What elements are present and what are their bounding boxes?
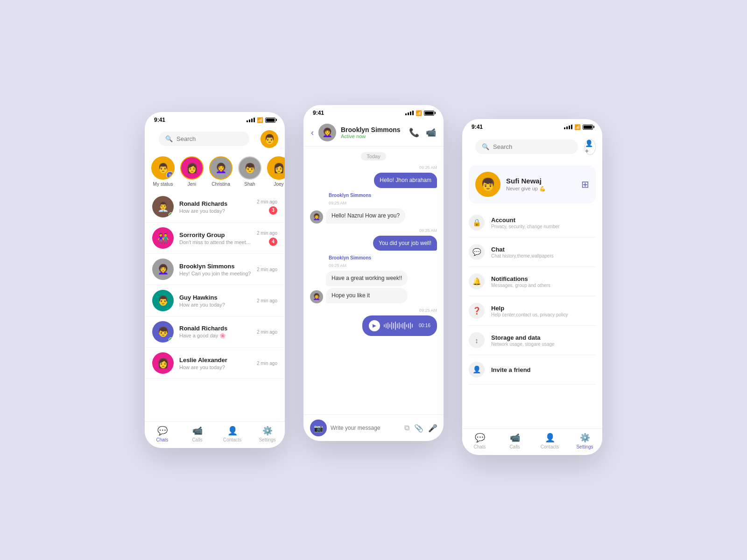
bar-2-2 — [408, 112, 409, 115]
chat-time-sorrority: 2 min ago — [257, 231, 277, 236]
notifications-title: Notifications — [491, 275, 596, 282]
nav-calls-1[interactable]: 📹 Calls — [180, 426, 215, 442]
settings-item-notifications[interactable]: 🔔 Notifications Messages, group and othe… — [469, 267, 596, 296]
chat-badge-ronald: 3 — [269, 206, 277, 215]
msg-time-3: 09:25 AM — [310, 228, 437, 233]
story-christina[interactable]: 👩‍🦱 Christina — [209, 156, 233, 187]
chat-item-ronald2[interactable]: 👦 Ronald Richards Have a good day 🌸 2 mi… — [145, 316, 285, 348]
help-title: Help — [491, 305, 596, 312]
settings-item-help[interactable]: ❓ Help Help center,contact us, privacy p… — [469, 296, 596, 326]
back-button[interactable]: ‹ — [311, 128, 314, 138]
chat-preview-sorrority: Don't miss to attend the meeting. — [179, 239, 251, 245]
chat-meta-leslie: 2 min ago — [257, 361, 277, 366]
chat-list: 👨‍💼 Ronald Richards How are you today? 2… — [145, 191, 285, 379]
story-jeni[interactable]: 👩 Jeni — [180, 156, 204, 187]
search-icon-3: 🔍 — [482, 143, 489, 150]
recv-avatar-emoji-1: 👩‍🦱 — [313, 213, 320, 220]
bar-1 — [247, 120, 248, 122]
settings-search-bar[interactable]: 🔍 — [475, 140, 578, 154]
nav-chats-3[interactable]: 💬 Chats — [462, 433, 497, 449]
time-2: 9:41 — [313, 110, 324, 116]
search-input-1[interactable] — [176, 135, 243, 142]
shah-emoji: 👦 — [244, 162, 256, 174]
nav-calls-3[interactable]: 📹 Calls — [497, 433, 532, 449]
wave-1 — [384, 324, 385, 327]
battery-3 — [583, 125, 593, 130]
settings-search-row: 🔍 👤+ — [462, 133, 602, 161]
story-shah[interactable]: 👦 Shah — [238, 156, 261, 187]
qr-button[interactable]: ⊞ — [581, 179, 589, 190]
camera-button[interactable]: 📷 — [310, 420, 327, 436]
chat-preview-guy: How are you today? — [179, 302, 251, 308]
call-button[interactable]: 📞 — [409, 127, 419, 138]
jeni-avatar: 👩 — [180, 156, 204, 180]
shah-label: Shah — [244, 182, 255, 187]
chat-item-brooklyn[interactable]: 👩‍🦱 Brooklyn Simmons Hey! Can you join t… — [145, 254, 285, 285]
play-button[interactable]: ▶ — [369, 320, 380, 331]
msg-row-recv-2: 👩‍🦱 Have a great working week!! Hope you… — [310, 271, 437, 303]
status-icons-1: 📶 — [247, 117, 275, 123]
bar-2-3 — [410, 112, 411, 115]
wave-15 — [410, 322, 411, 329]
nav-contacts-3[interactable]: 👤 Contacts — [532, 433, 567, 449]
search-bar-1[interactable]: 🔍 — [159, 132, 249, 146]
chat-avatar-sorrority: 👫 — [152, 227, 174, 249]
story-my-status[interactable]: 👨 + My status — [151, 156, 175, 187]
wave-11 — [402, 323, 403, 329]
voice-bubble[interactable]: ▶ — [362, 315, 437, 336]
chat-title: Chat — [491, 246, 596, 253]
settings-item-storage[interactable]: ↕️ Storage and data Network usage, stoga… — [469, 326, 596, 355]
contacts-icon-3: 👤 — [545, 433, 555, 443]
chat-item-guy[interactable]: 👨 Guy Hawkins How are you today? 2 min a… — [145, 285, 285, 316]
chat-time-brooklyn: 2 min ago — [257, 267, 277, 272]
settings-search-input[interactable] — [493, 143, 571, 150]
battery-fill-2 — [425, 112, 433, 115]
message-input[interactable] — [331, 425, 401, 431]
video-call-button[interactable]: 📹 — [426, 127, 436, 138]
nav-settings-3[interactable]: ⚙️ Settings — [567, 433, 602, 449]
status-icons-2: 📶 — [405, 110, 434, 116]
chat-meta-ronald: 2 min ago 3 — [257, 199, 277, 215]
help-icon: ❓ — [469, 303, 485, 319]
chat-item-sorrority[interactable]: 👫 Sorrority Group Don't miss to attend t… — [145, 223, 285, 254]
chat-info-sorrority: Sorrority Group Don't miss to attend the… — [179, 231, 251, 245]
profile-avatar-3: 👦 — [475, 172, 500, 197]
attachment-icon[interactable]: 📎 — [414, 424, 423, 433]
nav-contacts-1[interactable]: 👤 Contacts — [215, 426, 250, 442]
christina-emoji: 👩‍🦱 — [215, 162, 227, 174]
settings-item-account[interactable]: 🔒 Account Privacy, security, change numb… — [469, 208, 596, 238]
online-dot-ronald2 — [169, 337, 173, 342]
copy-icon[interactable]: ⧉ — [404, 424, 409, 432]
status-bar-1: 9:41 📶 — [145, 112, 285, 126]
bottom-nav-3: 💬 Chats 📹 Calls 👤 Contacts ⚙️ Settings — [462, 428, 602, 455]
calls-icon-3: 📹 — [510, 433, 520, 443]
profile-bio: Never give up 💪 — [506, 186, 576, 192]
settings-icon-1: ⚙️ — [262, 426, 273, 436]
settings-item-invite[interactable]: 👤 Invite a friend — [469, 355, 596, 385]
bubble-sent-1: Hello! Jhon abraham — [374, 173, 437, 188]
chat-info-guy: Guy Hawkins How are you today? — [179, 294, 251, 308]
chats-icon-1: 💬 — [157, 426, 168, 436]
chat-meta-guy: 2 min ago — [257, 298, 277, 303]
nav-chats-1[interactable]: 💬 Chats — [145, 426, 180, 442]
signal-bars-3 — [564, 125, 572, 129]
profile-name: Sufi Newaj — [506, 177, 576, 185]
story-joey[interactable]: 👩 Joey — [267, 156, 285, 187]
mic-icon[interactable]: 🎤 — [428, 424, 437, 433]
wave-4 — [389, 324, 390, 328]
chat-header-actions: 📞 📹 — [409, 127, 436, 138]
chat-preview-brooklyn: Hey! Can you join the meeting? — [179, 271, 251, 276]
bar-3-2 — [566, 126, 568, 129]
chat-item-ronald[interactable]: 👨‍💼 Ronald Richards How are you today? 2… — [145, 191, 285, 223]
nav-contacts-label-3: Contacts — [541, 444, 559, 449]
christina-avatar: 👩‍🦱 — [209, 156, 233, 180]
profile-avatar-1[interactable]: 👨 — [261, 130, 278, 148]
chat-preview-ronald: How are you today? — [179, 208, 251, 214]
msg-row-sent-1: Hello! Jhon abraham — [310, 173, 437, 188]
nav-settings-1[interactable]: ⚙️ Settings — [250, 426, 285, 442]
chat-item-leslie[interactable]: 👩 Leslie Alexander How are you today? 2 … — [145, 348, 285, 379]
wave-14 — [408, 323, 409, 328]
add-user-button[interactable]: 👤+ — [585, 139, 596, 155]
notifications-desc: Messages, group and others — [491, 283, 596, 288]
settings-item-chat[interactable]: 💬 Chat Chat history,theme,wallpapers — [469, 238, 596, 267]
